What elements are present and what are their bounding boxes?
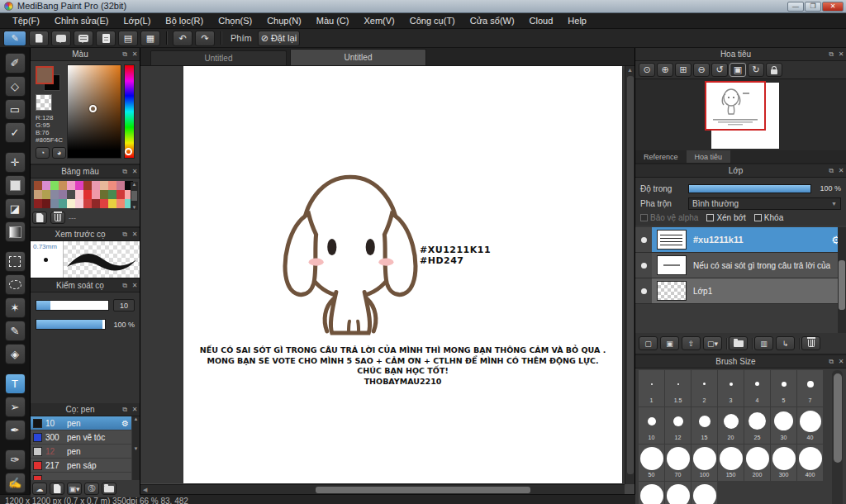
brush-size-cell[interactable]: 12 — [665, 407, 691, 444]
layer-panel-button[interactable] — [801, 336, 820, 350]
popout-icon[interactable]: ⧉ — [826, 50, 836, 59]
tool-button[interactable]: ✑ — [5, 449, 26, 470]
toolbar-button[interactable]: ↥ — [29, 31, 49, 46]
checkbox-icon[interactable] — [706, 214, 714, 221]
navigator-tab[interactable]: Hoa tiêu — [687, 150, 731, 163]
palette-swatch[interactable] — [34, 181, 42, 190]
layer-panel-button[interactable] — [729, 336, 748, 350]
checkbox-icon[interactable] — [754, 214, 762, 221]
scroll-up-icon[interactable]: ▲ — [132, 182, 137, 187]
menu-item[interactable]: Xem(V) — [356, 14, 402, 27]
brush-size-slider[interactable] — [36, 300, 109, 311]
layer-checkbox[interactable]: Bảo vệ alpha — [640, 213, 698, 222]
foreground-color-swatch[interactable] — [36, 66, 54, 84]
close-icon[interactable]: ✕ — [130, 282, 140, 289]
undo-button[interactable]: ↶ — [173, 31, 192, 46]
brush-size-cell[interactable]: 10 — [639, 407, 664, 444]
brush-size-cell[interactable]: 30 — [771, 407, 796, 444]
brush-size-cell[interactable]: 100 — [692, 445, 717, 481]
layer-visibility-toggle[interactable] — [635, 278, 652, 303]
palette-swatch[interactable] — [116, 190, 125, 199]
tool-button[interactable]: ▭ — [5, 99, 26, 120]
palette-swatch[interactable] — [42, 190, 50, 199]
brush-panel-button[interactable]: ☁ — [32, 483, 47, 495]
brush-size-value[interactable]: 10 — [113, 299, 135, 311]
layer-panel-button[interactable]: ▢ — [639, 336, 658, 350]
opacity-slider[interactable] — [688, 184, 811, 193]
brush-size-cell[interactable]: 15 — [692, 407, 717, 444]
popout-icon[interactable]: ⧉ — [120, 282, 130, 290]
tool-button[interactable]: ◪ — [5, 198, 26, 219]
toolbar-button[interactable] — [74, 31, 93, 46]
navigator-button[interactable] — [766, 63, 782, 77]
brush-size-cell[interactable]: 5 — [771, 370, 796, 407]
tool-button[interactable]: ➢ — [5, 397, 26, 417]
layer-panel-button[interactable]: ↳ — [776, 336, 795, 350]
transparent-color-swatch[interactable] — [36, 94, 52, 111]
menu-item[interactable]: Cloud — [522, 14, 561, 27]
brush-size-cell[interactable]: 20 — [718, 407, 744, 444]
brush-size-cell[interactable]: 50 — [639, 445, 664, 481]
color-picker-icon[interactable]: ◕ — [52, 147, 66, 159]
palette-swatch[interactable] — [83, 199, 92, 208]
menu-item[interactable]: Chụp(N) — [259, 14, 309, 27]
close-icon[interactable]: ✕ — [836, 167, 846, 174]
blend-mode-select[interactable]: Bình thường ▼ — [688, 197, 841, 210]
navigator-button[interactable]: ⊞ — [675, 63, 692, 77]
palette-swatch[interactable] — [75, 190, 83, 199]
palette-swatch[interactable] — [83, 181, 92, 190]
palette-swatch[interactable] — [92, 181, 100, 190]
navigator-button[interactable]: ↺ — [711, 63, 728, 77]
saturation-value-picker[interactable] — [67, 64, 121, 159]
brush-panel-button[interactable] — [102, 483, 116, 495]
sv-cursor[interactable] — [89, 105, 97, 112]
palette-swatch[interactable] — [50, 181, 59, 190]
scroll-down-icon[interactable]: ▼ — [132, 205, 137, 210]
brush-size-scrollbar[interactable] — [832, 370, 843, 504]
hue-cursor[interactable] — [125, 148, 132, 155]
menu-item[interactable]: Chọn(S) — [211, 14, 259, 27]
close-icon[interactable]: ✕ — [130, 168, 140, 175]
document-tab[interactable]: Untitled — [290, 49, 426, 65]
brush-size-cell[interactable] — [639, 482, 664, 504]
navigator-view[interactable] — [635, 79, 846, 150]
brush-list-scrollbar[interactable]: ▲▼ — [132, 416, 140, 480]
tool-button[interactable]: ✛ — [5, 152, 26, 173]
canvas-vertical-scrollbar[interactable]: ▲ — [625, 66, 634, 484]
palette-swatch[interactable] — [50, 190, 59, 199]
drawing-canvas[interactable]: #XU1211K11 #HD247 NẾU CÓ SAI SÓT GÌ TRON… — [183, 66, 622, 483]
palette-swatch[interactable] — [59, 181, 67, 190]
brush-row[interactable]: 12 pen ⚙ — [31, 445, 131, 459]
palette-swatch[interactable] — [108, 199, 116, 208]
popout-icon[interactable]: ⧉ — [120, 406, 130, 414]
close-icon[interactable]: ✕ — [130, 406, 140, 413]
tool-button[interactable]: ◈ — [5, 344, 26, 364]
palette-swatch[interactable] — [116, 199, 125, 208]
palette-swatch[interactable] — [83, 190, 92, 199]
palette-swatch[interactable] — [34, 199, 42, 208]
palette-scrollbar[interactable]: ▲ ▼ — [131, 182, 138, 210]
palette-swatch[interactable] — [67, 190, 75, 199]
layer-row[interactable]: Lớp1 ⚙ — [635, 278, 846, 304]
navigator-button[interactable]: ▣ — [730, 63, 746, 77]
brush-row[interactable]: 217 pen sáp ⚙ — [31, 459, 131, 473]
palette-swatch[interactable] — [92, 190, 100, 199]
popout-icon[interactable]: ⧉ — [826, 358, 836, 366]
palette-swatch[interactable] — [100, 199, 108, 208]
palette-swatch[interactable] — [108, 181, 116, 190]
layer-panel-button[interactable]: ▣ — [660, 336, 679, 350]
brush-size-cell[interactable]: 70 — [665, 445, 691, 481]
layer-visibility-toggle[interactable] — [635, 253, 652, 278]
layer-checkbox[interactable]: Khóa — [754, 213, 783, 222]
brush-size-cell[interactable] — [665, 482, 691, 504]
brush-row[interactable]: 300 pen vẽ tóc ⚙ — [31, 430, 131, 445]
navigator-button[interactable]: ↻ — [748, 63, 764, 77]
navigator-button[interactable]: ⊕ — [657, 63, 673, 77]
tool-button[interactable]: ◇ — [5, 76, 26, 97]
maximize-button[interactable]: ❐ — [805, 2, 821, 12]
palette-swatch[interactable] — [59, 190, 67, 199]
tool-button[interactable] — [5, 221, 26, 242]
toolbar-button[interactable]: ✎ — [3, 31, 26, 46]
scroll-up-icon[interactable]: ▲ — [625, 66, 634, 74]
brush-size-cell[interactable]: 25 — [744, 407, 770, 444]
